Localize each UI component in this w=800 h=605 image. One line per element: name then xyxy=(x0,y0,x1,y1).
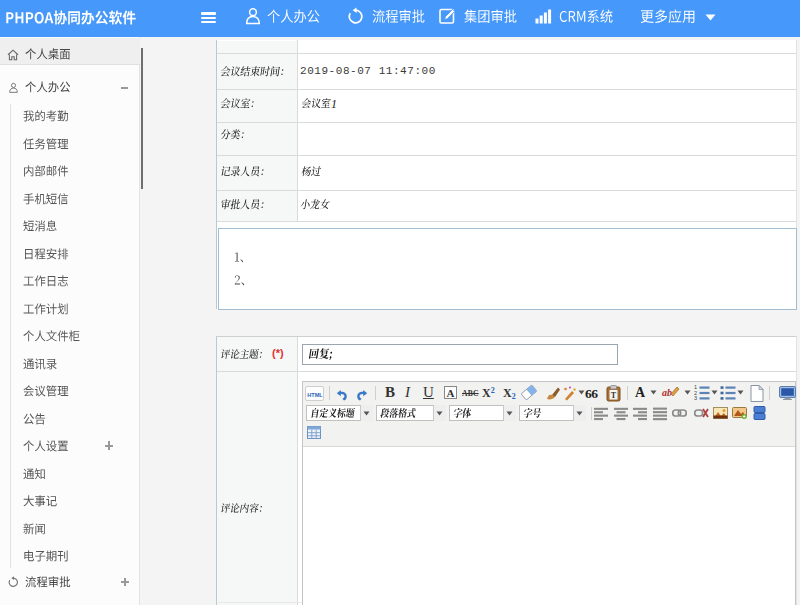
svg-text:T: T xyxy=(611,390,617,399)
svg-text:HTML: HTML xyxy=(307,391,323,397)
svg-text:3: 3 xyxy=(694,395,697,401)
